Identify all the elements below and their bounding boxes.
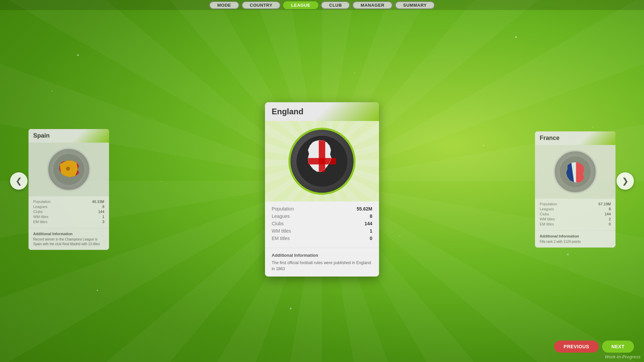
nav-summary[interactable]: SUMMARY: [395, 1, 435, 9]
france-clubs-row: Clubs 144: [540, 212, 611, 216]
france-wm-value: 2: [609, 217, 611, 221]
france-leagues-label: Leagues: [540, 207, 554, 211]
spain-card-stats: Population 46.33M Leagues 8 Clubs 144 WM…: [29, 196, 109, 228]
top-navigation: MODE COUNTRY LEAGUE CLUB MANAGER SUMMARY: [0, 0, 644, 10]
svg-rect-4: [308, 158, 336, 164]
spain-title: Spain: [33, 132, 50, 139]
spain-map-svg: [50, 153, 87, 186]
svg-point-1: [66, 167, 70, 171]
spain-additional-title: Additional Information: [33, 232, 104, 236]
france-leagues-value: 8: [609, 207, 611, 211]
spain-leagues-value: 8: [102, 205, 104, 209]
spain-card-header: Spain: [29, 129, 109, 143]
france-leagues-row: Leagues 8: [540, 207, 611, 211]
spain-wm-row: WM titles 1: [33, 215, 104, 219]
france-clubs-label: Clubs: [540, 212, 549, 216]
england-map-circle: [288, 128, 356, 195]
england-card-stats: Population 55.62M Leagues 8 Clubs 144 WM…: [265, 201, 379, 248]
nav-mode[interactable]: MODE: [209, 1, 239, 9]
england-wm-row: WM titles 1: [272, 228, 372, 234]
england-additional-title: Additional Information: [272, 253, 372, 258]
prev-arrow-button[interactable]: ❮: [10, 172, 28, 190]
spain-em-label: EM titles: [33, 220, 47, 224]
france-card-stats: Population 67.19M Leagues 8 Clubs 144 WM…: [535, 199, 615, 231]
england-additional-text: The first official football rules were p…: [272, 260, 372, 272]
spain-wm-label: WM titles: [33, 215, 48, 219]
france-wm-row: WM titles 2: [540, 217, 611, 221]
england-em-value: 0: [370, 236, 372, 241]
france-population-value: 67.19M: [598, 202, 611, 206]
england-title: England: [272, 107, 304, 116]
england-leagues-row: Leagues 8: [272, 214, 372, 219]
watermark: Work-In-Progress: [605, 354, 641, 359]
spain-card-map: [29, 143, 109, 196]
france-em-row: EM titles 0: [540, 222, 611, 226]
nav-country[interactable]: COUNTRY: [242, 1, 280, 9]
spain-em-value: 3: [102, 220, 104, 224]
england-leagues-value: 8: [370, 214, 372, 219]
spain-clubs-value: 144: [98, 210, 104, 214]
next-button[interactable]: NEXT: [602, 341, 634, 353]
bottom-buttons: PREVIOUS NEXT: [554, 341, 634, 353]
spain-population-row: Population 46.33M: [33, 200, 104, 204]
france-em-label: EM titles: [540, 222, 554, 226]
england-card-header: England: [265, 102, 379, 121]
svg-rect-3: [319, 140, 325, 172]
spain-population-value: 46.33M: [92, 200, 104, 204]
france-map-svg: [557, 155, 594, 189]
spain-additional-text: Record winner in the Champions League is…: [33, 237, 104, 247]
france-population-row: Population 67.19M: [540, 202, 611, 206]
spain-wm-value: 1: [102, 215, 104, 219]
england-wm-label: WM titles: [272, 228, 291, 234]
france-additional-text: Fifa rank 2 with 1124 points: [540, 240, 611, 244]
previous-button[interactable]: PREVIOUS: [554, 341, 598, 353]
spain-card: Spain Population 46.33M Leag: [29, 129, 109, 250]
nav-league[interactable]: LEAGUE: [283, 1, 318, 9]
spain-leagues-label: Leagues: [33, 205, 47, 209]
spain-map-circle: [47, 148, 91, 191]
spain-clubs-label: Clubs: [33, 210, 43, 214]
england-population-value: 55.62M: [357, 206, 372, 212]
france-card-header: France: [535, 131, 615, 145]
france-map-circle: [553, 150, 597, 194]
france-em-value: 0: [609, 222, 611, 226]
france-wm-label: WM titles: [540, 217, 555, 221]
nav-manager[interactable]: MANAGER: [353, 1, 392, 9]
cards-container: Spain Population 46.33M Leag: [0, 17, 644, 362]
england-em-label: EM titles: [272, 236, 290, 241]
england-population-row: Population 55.62M: [272, 206, 372, 212]
england-card-map: [265, 121, 379, 201]
england-map-svg: [295, 134, 349, 188]
england-wm-value: 1: [370, 228, 372, 234]
next-arrow-button[interactable]: ❯: [616, 172, 634, 190]
france-card-map: [535, 145, 615, 199]
france-additional-info: Additional Information Fifa rank 2 with …: [535, 231, 615, 248]
france-additional-title: Additional Information: [540, 234, 611, 238]
england-card: England Popula: [265, 102, 379, 277]
england-em-row: EM titles 0: [272, 236, 372, 241]
spain-clubs-row: Clubs 144: [33, 210, 104, 214]
france-card: France Population 67.19M Leagues: [535, 131, 615, 248]
france-population-label: Population: [540, 202, 557, 206]
england-clubs-label: Clubs: [272, 221, 284, 226]
spain-leagues-row: Leagues 8: [33, 205, 104, 209]
england-leagues-label: Leagues: [272, 214, 290, 219]
england-additional-info: Additional Information The first officia…: [265, 248, 379, 277]
england-clubs-value: 144: [365, 221, 372, 226]
spain-additional-info: Additional Information Record winner in …: [29, 228, 109, 250]
france-clubs-value: 144: [605, 212, 611, 216]
nav-club[interactable]: CLUB: [321, 1, 350, 9]
spain-em-row: EM titles 3: [33, 220, 104, 224]
england-population-label: Population: [272, 206, 294, 212]
spain-population-label: Population: [33, 200, 51, 204]
france-title: France: [540, 135, 559, 141]
england-clubs-row: Clubs 144: [272, 221, 372, 226]
